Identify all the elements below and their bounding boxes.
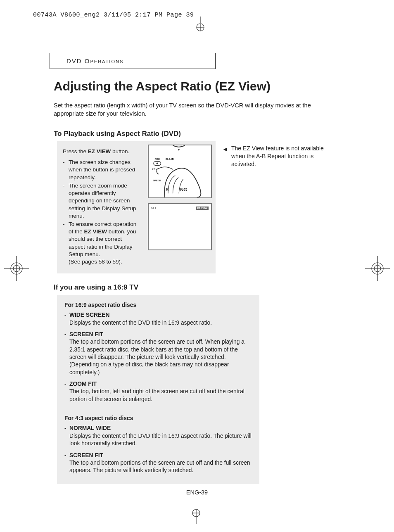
tv-screen-illustration: 16:9 EZ VIEW	[148, 203, 212, 250]
bullet-3: To ensure correct operation of the EZ VI…	[69, 221, 139, 266]
registration-mark-top-icon	[194, 17, 206, 33]
svg-text:S: S	[166, 187, 169, 192]
desc-screen-fit-2: The top and bottom portions of the scree…	[69, 459, 252, 475]
desc-screen-fit: The top and bottom portions of the scree…	[69, 338, 252, 376]
intro-text: Set the aspect ratio (length x width) of…	[54, 102, 343, 118]
page-number: ENG-39	[0, 489, 394, 496]
side-note-text: The EZ View feature is not available whe…	[231, 145, 330, 168]
screen-aspect-label: 16:9	[151, 207, 156, 209]
registration-mark-left-icon	[4, 256, 29, 281]
option-screen-fit-2: SCREEN FIT	[69, 452, 103, 459]
lead-pre: Press the	[63, 148, 88, 154]
print-header: 00743A V8600_eng2 3/11/05 2:17 PM Page 3…	[33, 12, 194, 19]
option-wide-screen: WIDE SCREEN	[69, 311, 109, 319]
section-label: DVD Operations	[50, 53, 216, 69]
bullet-1: The screen size changes when the button …	[69, 159, 139, 181]
group-head-2: For 4:3 aspect ratio discs	[64, 415, 252, 422]
group-head-1: For 16:9 aspect ratio discs	[64, 302, 252, 309]
svg-point-18	[157, 162, 158, 164]
bullet-2: The screen zoom mode operates differentl…	[69, 182, 139, 220]
manual-page: 00743A V8600_eng2 3/11/05 2:17 PM Page 3…	[0, 0, 394, 532]
option-normal-wide: NORMAL WIDE	[69, 425, 111, 432]
subheading-16-9: If you are using a 16:9 TV	[54, 283, 138, 292]
aspect-ratio-panel: For 16:9 aspect ratio discs -WIDE SCREEN…	[57, 295, 259, 484]
desc-wide-screen: Displays the content of the DVD title in…	[69, 319, 252, 327]
desc-zoom-fit: The top, bottom, left and right of the s…	[69, 388, 252, 403]
lead-post: button.	[111, 148, 129, 154]
svg-text:CLEAR: CLEAR	[166, 158, 174, 160]
arrow-left-icon: ◄	[222, 145, 228, 153]
svg-text:SPEED: SPEED	[153, 179, 161, 182]
page-title: Adjusting the Aspect Ratio (EZ View)	[54, 79, 271, 93]
screen-ezview-badge: EZ VIEW	[196, 207, 209, 210]
instruction-text: Press the EZ VIEW button. -The screen si…	[63, 148, 139, 266]
lead-bold: EZ VIEW	[88, 148, 111, 154]
option-zoom-fit: ZOOM FIT	[69, 380, 97, 388]
svg-text:REC: REC	[155, 158, 160, 160]
registration-mark-bottom-icon	[190, 507, 202, 524]
section-label-text: DVD Operations	[66, 57, 123, 64]
desc-normal-wide: Displays the content of the DVD title in…	[69, 432, 252, 448]
svg-text:NG: NG	[180, 187, 187, 192]
subheading-playback: To Playback using Aspect Ratio (DVD)	[54, 130, 181, 138]
remote-illustration: REC CLEAR EZ VIEW SPEED TRK ADJ TIMER S …	[148, 145, 212, 198]
registration-mark-right-icon	[365, 256, 390, 281]
side-note: ◄ The EZ View feature is not available w…	[223, 145, 330, 168]
option-screen-fit: SCREEN FIT	[69, 331, 103, 338]
